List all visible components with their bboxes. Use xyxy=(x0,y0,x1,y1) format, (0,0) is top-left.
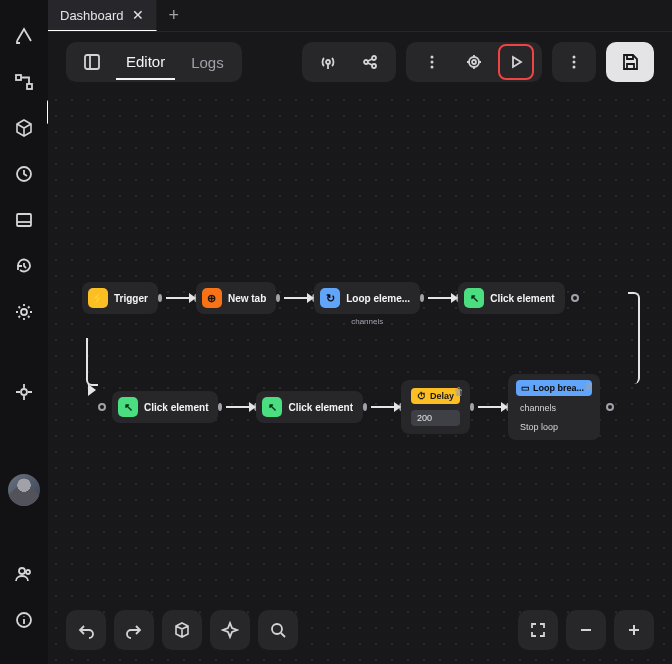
edge xyxy=(478,406,502,408)
share-group xyxy=(302,42,396,82)
node-delay[interactable]: 🗑 ⏱Delay 200 xyxy=(401,380,470,434)
clock-icon[interactable] xyxy=(12,162,36,186)
package-icon[interactable] xyxy=(12,116,36,140)
tab-add-button[interactable]: + xyxy=(157,0,192,31)
port-out[interactable] xyxy=(276,294,280,302)
main-area: Dashboard ✕ + Editor Logs ⚡ xyxy=(48,0,672,664)
more-icon[interactable] xyxy=(414,44,450,80)
trash-icon[interactable]: 🗑 xyxy=(454,386,464,397)
fullscreen-button[interactable] xyxy=(518,610,558,650)
loop-icon: ↻ xyxy=(320,288,340,308)
bottom-left-tools xyxy=(66,610,298,650)
history-icon[interactable] xyxy=(12,254,36,278)
svg-point-14 xyxy=(431,56,434,59)
svg-point-13 xyxy=(372,64,376,68)
loop-option-channels[interactable]: channels xyxy=(516,401,592,415)
node-trigger[interactable]: ⚡ Trigger xyxy=(82,282,158,314)
flow-row-2: ↖ Click element ↖ Click element 🗑 ⏱Delay… xyxy=(98,374,658,440)
loop-icon: ▭ xyxy=(521,383,530,393)
broadcast-icon[interactable] xyxy=(310,44,346,80)
svg-point-12 xyxy=(372,56,376,60)
svg-point-17 xyxy=(469,57,479,67)
cursor-icon: ↖ xyxy=(262,397,282,417)
svg-point-6 xyxy=(19,568,25,574)
svg-rect-9 xyxy=(85,55,99,69)
tab-label: Dashboard xyxy=(60,8,124,23)
node-label: Trigger xyxy=(114,293,148,304)
run-button[interactable] xyxy=(498,44,534,80)
svg-point-18 xyxy=(472,60,476,64)
settings-icon[interactable] xyxy=(12,300,36,324)
view-group: Editor Logs xyxy=(66,42,242,82)
edge xyxy=(166,297,190,299)
svg-point-19 xyxy=(573,56,576,59)
trash-icon[interactable]: 🗑 xyxy=(584,380,594,391)
flow-icon[interactable] xyxy=(12,70,36,94)
edge-vertical-left xyxy=(86,338,98,386)
avatar[interactable] xyxy=(8,474,40,506)
tab-dashboard[interactable]: Dashboard ✕ xyxy=(48,0,157,31)
loop-header: ▭Loop brea... xyxy=(516,380,592,396)
svg-point-11 xyxy=(364,60,368,64)
node-loop[interactable]: ↻ Loop eleme... channels xyxy=(314,282,420,314)
node-newtab[interactable]: ⊕ New tab xyxy=(196,282,276,314)
edge xyxy=(371,406,395,408)
cursor-icon: ↖ xyxy=(464,288,484,308)
panel-toggle-icon[interactable] xyxy=(74,44,110,80)
svg-point-21 xyxy=(573,66,576,69)
toolbar: Editor Logs xyxy=(48,32,672,92)
sparkle-button[interactable] xyxy=(210,610,250,650)
node-click-1[interactable]: ↖ Click element xyxy=(458,282,564,314)
timer-icon: ⏱ xyxy=(417,391,426,401)
edge xyxy=(284,297,308,299)
undo-button[interactable] xyxy=(66,610,106,650)
port-in[interactable] xyxy=(98,403,106,411)
node-label: Click element xyxy=(144,402,208,413)
zoom-out-button[interactable] xyxy=(566,610,606,650)
node-sublabel: channels xyxy=(351,317,383,326)
target-icon[interactable] xyxy=(12,380,36,404)
node-loop-break[interactable]: 🗑 ▭Loop brea... channels Stop loop xyxy=(508,374,600,440)
node-click-2[interactable]: ↖ Click element xyxy=(112,391,218,423)
edge xyxy=(226,406,250,408)
node-label: Loop eleme... xyxy=(346,293,410,304)
port-out[interactable] xyxy=(158,294,162,302)
run-group xyxy=(406,42,542,82)
tab-editor[interactable]: Editor xyxy=(116,44,175,80)
redo-button[interactable] xyxy=(114,610,154,650)
loop-option-stop[interactable]: Stop loop xyxy=(516,420,592,434)
node-click-3[interactable]: ↖ Click element xyxy=(256,391,362,423)
users-icon[interactable] xyxy=(12,562,36,586)
tab-strip: Dashboard ✕ + xyxy=(48,0,672,32)
port-out[interactable] xyxy=(571,294,579,302)
storage-icon[interactable] xyxy=(12,208,36,232)
menu-group xyxy=(552,42,596,82)
svg-point-15 xyxy=(431,61,434,64)
tab-logs[interactable]: Logs xyxy=(181,44,234,80)
port-out[interactable] xyxy=(606,403,614,411)
package-button[interactable] xyxy=(162,610,202,650)
search-button[interactable] xyxy=(258,610,298,650)
delay-header: ⏱Delay xyxy=(411,388,460,404)
svg-point-22 xyxy=(272,624,282,634)
debug-icon[interactable] xyxy=(456,44,492,80)
edge xyxy=(428,297,452,299)
port-out[interactable] xyxy=(363,403,367,411)
delay-value[interactable]: 200 xyxy=(411,410,460,426)
node-label: Click element xyxy=(288,402,352,413)
svg-rect-1 xyxy=(27,84,32,89)
edge-horizontal xyxy=(88,338,640,340)
svg-point-7 xyxy=(26,570,30,574)
logo-icon[interactable] xyxy=(12,24,36,48)
menu-icon[interactable] xyxy=(556,44,592,80)
port-out[interactable] xyxy=(470,403,474,411)
close-icon[interactable]: ✕ xyxy=(132,7,144,23)
save-button[interactable] xyxy=(606,42,654,82)
port-out[interactable] xyxy=(420,294,424,302)
port-out[interactable] xyxy=(218,403,222,411)
zoom-in-button[interactable] xyxy=(614,610,654,650)
info-icon[interactable] xyxy=(12,608,36,632)
share-icon[interactable] xyxy=(352,44,388,80)
left-rail xyxy=(0,0,48,664)
canvas[interactable]: ⚡ Trigger ⊕ New tab ↻ Loop eleme... chan… xyxy=(48,92,672,664)
